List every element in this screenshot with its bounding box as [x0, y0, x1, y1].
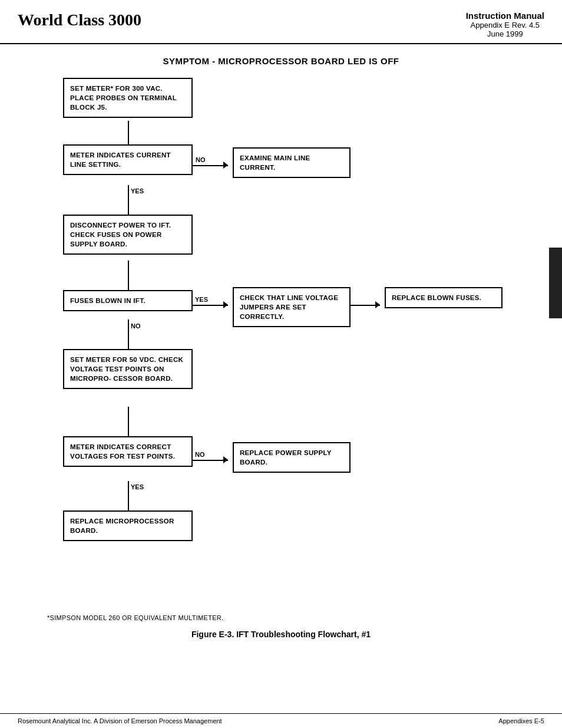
box-examine: EXAMINE MAIN LINE CURRENT.: [233, 147, 351, 178]
footer-right: Appendixes E-5: [498, 717, 544, 724]
main-content: SYMPTOM - MICROPROCESSOR BOARD LED IS OF…: [0, 44, 562, 651]
line-1-2: [128, 121, 129, 144]
line-3-4: [128, 261, 129, 290]
line-5-6: [128, 407, 129, 436]
right-tab: [549, 248, 562, 318]
box5: SET METER FOR 50 VDC. CHECK VOLTAGE TEST…: [63, 349, 193, 389]
line-yes-2: [193, 305, 228, 306]
header: World Class 3000 Instruction Manual Appe…: [0, 0, 562, 44]
line-no-3: [193, 460, 228, 461]
box-replace-ps: REPLACE POWER SUPPLY BOARD.: [233, 442, 351, 473]
label-no-3: NO: [195, 451, 205, 458]
line-6-7: [128, 481, 129, 510]
document-title: World Class 3000: [18, 11, 141, 29]
footnote: *SIMPSON MODEL 260 OR EQUIVALENT MULTIME…: [24, 614, 538, 621]
box-check-jumpers: CHECK THAT LINE VOLTAGE JUMPERS ARE SET …: [233, 287, 351, 327]
footer-left: Rosemount Analytical Inc. A Division of …: [18, 717, 222, 724]
footer: Rosemount Analytical Inc. A Division of …: [0, 713, 562, 728]
figure-caption: Figure E-3. IFT Troubleshooting Flowchar…: [24, 630, 538, 639]
symptom-title: SYMPTOM - MICROPROCESSOR BOARD LED IS OF…: [24, 56, 538, 66]
flowchart-container: SET METER* FOR 300 VAC. PLACE PROBES ON …: [28, 78, 534, 608]
date-label: June 1999: [466, 29, 544, 38]
label-no-2: NO: [131, 322, 141, 330]
arrow-no-3: [223, 456, 228, 463]
box-replace-fuses: REPLACE BLOWN FUSES.: [385, 287, 503, 308]
manual-title: Instruction Manual: [466, 11, 544, 21]
header-right: Instruction Manual Appendix E Rev. 4.5 J…: [466, 11, 544, 38]
page: World Class 3000 Instruction Manual Appe…: [0, 0, 562, 728]
line-no-1: [193, 165, 228, 166]
label-yes-3: YES: [131, 483, 144, 490]
box4: FUSES BLOWN IN IFT.: [63, 290, 193, 311]
label-yes-2: YES: [195, 296, 208, 303]
box6: METER INDICATES CORRECT VOLTAGES FOR TES…: [63, 436, 193, 467]
appendix-label: Appendix E Rev. 4.5: [466, 21, 544, 29]
box1: SET METER* FOR 300 VAC. PLACE PROBES ON …: [63, 78, 193, 118]
line-4-5: [128, 319, 129, 349]
box2: METER INDICATES CURRENT LINE SETTING.: [63, 144, 193, 175]
arrow-yes-2: [223, 301, 228, 308]
line-2-3: [128, 185, 129, 215]
label-no-1: NO: [196, 156, 206, 163]
arrow-no-1: [223, 162, 228, 169]
box3: DISCONNECT POWER TO IFT. CHECK FUSES ON …: [63, 215, 193, 255]
arrow-jumpers-fuses: [375, 301, 380, 308]
box7: REPLACE MICROPROCESSOR BOARD.: [63, 510, 193, 541]
label-yes-1: YES: [131, 187, 144, 195]
